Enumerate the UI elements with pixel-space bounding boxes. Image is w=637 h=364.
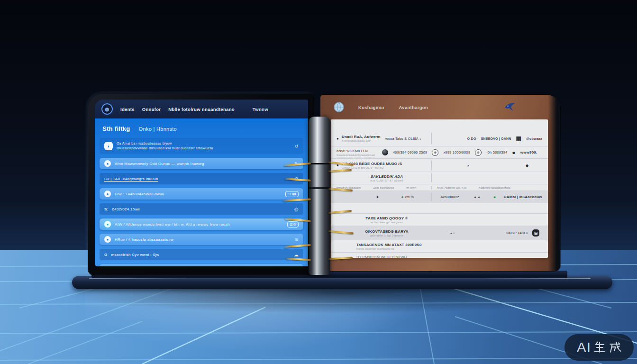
- table-row[interactable]: TaNSAGENOK MN ATAXT 300E0S0 rrwrw gwgrrw…: [331, 240, 548, 252]
- refresh-icon[interactable]: ↺: [294, 144, 299, 149]
- circle-slash-icon[interactable]: ⊖: [475, 149, 482, 156]
- cell-title: TAXE AM6D QOOGY ®: [365, 216, 408, 220]
- table-row[interactable]: ● Unadi RuA, Aufwrrm Kiwtgfoawuadgu 1/0°…: [331, 131, 548, 146]
- dot-icon: ●: [376, 195, 379, 199]
- signature-icon[interactable]: ≋: [294, 237, 299, 242]
- column-header: Zast kvalkuvwa: [373, 186, 394, 189]
- cell-subtitle: gwvrwrwr 1 wp 14prwrw: [370, 234, 403, 237]
- sphere-icon[interactable]: [382, 149, 388, 155]
- cloud-icon[interactable]: ☁: [294, 252, 299, 257]
- column-header: Mun. Afddisw wc. 43d: [437, 186, 466, 189]
- right-device-panel: Kushagmur Avanthargon ● Unadi RuA, Aufwr…: [320, 95, 560, 271]
- page-title: Sth filtkg: [102, 125, 130, 132]
- left-navbar: ◍ Idents Onnufor Nblle fotolruw nnuandte…: [95, 100, 308, 118]
- list-item-prefix: S:: [104, 207, 109, 211]
- circle-cross-icon[interactable]: ⊗: [432, 149, 438, 156]
- list-item[interactable]: O msaxxtrish Cyv wwnt i Sjw ☁: [100, 249, 303, 260]
- list-item[interactable]: ● Hov : 144500445WaGdwuu 1D⇄: [100, 188, 303, 200]
- cell-value: UAMM | M6Aaedauw: [504, 195, 542, 199]
- cell-value: www909.: [520, 150, 537, 155]
- cell-value: SNEEOVO | OANN: [481, 137, 511, 140]
- swap-badge-icon[interactable]: 1D⇄: [285, 191, 299, 197]
- cell-value: -0h 5009394: [486, 150, 507, 155]
- list-item-text: Afnn Mawwnnwnly Odd Gunuu — wwnnh Inuwwg: [115, 162, 204, 166]
- nav-item-1[interactable]: Kushagmur: [358, 105, 384, 110]
- grid-icon[interactable]: ▦: [516, 135, 522, 142]
- left-device-panel: ◍ Idents Onnufor Nblle fotolruw nnuandte…: [88, 94, 314, 275]
- bird-cursor-icon[interactable]: [503, 101, 517, 113]
- nav-item-2[interactable]: Onnufor: [142, 107, 161, 112]
- list-item-text: HRuv / 4 hasusfa abssaaaats.rw: [115, 237, 173, 242]
- table-row[interactable]: SAKLEDDIK ADA w.w GUDTST 67 u5dw9: [331, 172, 548, 184]
- table-row[interactable]: TAXE AM6D QOOGY ® w flwr kaw gr° wwgwwr: [331, 213, 548, 226]
- list-item[interactable]: ● xxuw, AAAAwwwwww——— →: [100, 264, 303, 266]
- list-item[interactable]: ◗ Oa Amai ba rrrssbuabaaaas biyuw Isluas…: [100, 138, 303, 154]
- document-page: ● Unadi RuA, Aufwrrm Kiwtgfoawuadgu 1/0°…: [331, 119, 548, 258]
- list-item[interactable]: ● Afnn Mawwnnwnly Odd Gunuu — wwnnh Inuw…: [100, 158, 303, 169]
- list-item-text: Hov : 144500445WaGdwuu: [115, 192, 164, 196]
- table-row[interactable]: aNvrPROKMa i LN wwwtsgrwwagrwgawwwbad 40…: [331, 146, 548, 158]
- table-row[interactable]: ● 4 km % Avaudawo* ◄ ◄ ● UAMM | M6Aaedau…: [331, 191, 548, 203]
- list-item-link[interactable]: Ok | TAB 3/4dgrwwgrs inuuub: [104, 177, 158, 181]
- settings-badge-icon[interactable]: ≣⊜: [287, 221, 299, 228]
- cell-subtitle: w.w GUDTST 67 u5dw9: [370, 179, 403, 182]
- right-navbar: Kushagmur Avanthargon: [320, 95, 560, 119]
- arrows-icon[interactable]: ◄ ◄: [473, 196, 480, 199]
- column-header: AddAnfTnatwdaaaMafa: [479, 186, 510, 189]
- cell-title: aNvrPROKMa i LN: [337, 149, 377, 153]
- list-item-selected[interactable]: ● AIW / Afldense wandsrfwrd ww / khr w. …: [100, 218, 303, 230]
- cell-title: OIKOVTASEDG BARYA: [365, 229, 409, 234]
- globe-icon[interactable]: [334, 102, 344, 112]
- nav-item-1[interactable]: Idents: [120, 107, 135, 112]
- dove-icon: ◗: [104, 142, 113, 150]
- cell-text: wooa Tabo & OLI8A ↓: [385, 136, 421, 141]
- status-circle-icon: ●: [104, 236, 111, 243]
- cell-title: TaNSAGENOK MN ATAXT 300E0S0: [356, 243, 422, 247]
- cell-value: x999 1000/9009: [443, 150, 470, 155]
- scene: ◍ Idents Onnufor Nblle fotolruw nnuandte…: [0, 0, 637, 364]
- cell-title: Unadi RuA, Aufwrrm: [342, 135, 385, 139]
- cell-title: ITERM9B99M WEHEDINKWH: [356, 255, 407, 258]
- status-circle-icon: ●: [104, 191, 111, 197]
- badge-icon[interactable]: ⊞: [532, 229, 539, 237]
- list-item[interactable]: S: 6432/024.15am ◎: [100, 203, 303, 215]
- list-item[interactable]: Ok | TAB 3/4dgrwwgrs inuuub ⊘: [100, 173, 303, 184]
- table-header-row: wwwkyfdsaaaaam Zast kvalkuvwa wt wwn Mun…: [331, 184, 548, 191]
- nav-item-4[interactable]: Twnnw: [253, 107, 268, 112]
- watermark-latin: AI: [577, 339, 591, 355]
- cell-value: 4 km %: [401, 195, 414, 199]
- watermark-cjk-cheng: [608, 340, 621, 355]
- cell-title: SAKLEDDIK ADA: [371, 174, 403, 179]
- target-icon[interactable]: ◎: [294, 207, 299, 212]
- row-spacer: [331, 203, 548, 213]
- nav-item-3[interactable]: Nblle fotolruw nnuandtenano: [168, 107, 235, 112]
- nav-item-2[interactable]: Avanthargon: [399, 105, 428, 110]
- cost-value: COST: 14313: [506, 231, 528, 235]
- table-row[interactable]: ITERM9B99M WEHEDINKWH: [331, 252, 548, 258]
- list-item[interactable]: ● HRuv / 4 hasusfa abssaaaats.rw ≋: [100, 234, 303, 245]
- list-item-text: Oa Amai ba rrrssbuabaaaas biyuw: [117, 141, 213, 146]
- table-row[interactable]: OIKOVTASEDG BARYA gwvrwrwr 1 wp 14prwrw …: [331, 226, 548, 240]
- table-row[interactable]: ● IVA 6093 BEDE OUDE8 MU3G /S OlNDFEKE 8…: [331, 158, 548, 172]
- list-item-text: msaxxtrish Cyv wwnt i Sjw: [111, 253, 159, 257]
- cell-subtitle: rrwrw gwgrrwr wglfwwrw rw: [356, 247, 422, 250]
- column-divider: [431, 173, 432, 182]
- left-screen: ◍ Idents Onnufor Nblle fotolruw nnuandte…: [95, 100, 308, 266]
- column-divider: [431, 160, 432, 170]
- page-heading: Sth filtkg Onko | Hbnnsto: [102, 125, 300, 132]
- column-header: wt wwn: [406, 186, 416, 189]
- column-divider: [431, 186, 432, 189]
- list-item-prefix: O: [104, 253, 108, 257]
- cell-value: Avaudawo*: [440, 195, 459, 199]
- dark-dot-icon[interactable]: ●: [512, 149, 515, 156]
- blob-icon[interactable]: ●: [526, 162, 529, 169]
- list-item-text: AIW / Afldense wandsrfwrd ww / khr w. Al…: [115, 222, 230, 227]
- list-item-text: Isluasassadvvwnne Bilsuused kwi must dua…: [117, 146, 213, 151]
- binder-hinge: [309, 117, 330, 275]
- app-logo-icon[interactable]: ◍: [101, 103, 113, 115]
- status-circle-icon: ●: [104, 160, 111, 167]
- left-screen-body: Sth filtkg Onko | Hbnnsto ◗ Oa Amai ba r…: [95, 118, 308, 266]
- bullet-icon: ●: [337, 136, 339, 141]
- toggle-dots-icon[interactable]: ● ○: [450, 232, 455, 235]
- cell-subtitle: Kiwtgfoawuadgu 1/0°: [342, 139, 385, 142]
